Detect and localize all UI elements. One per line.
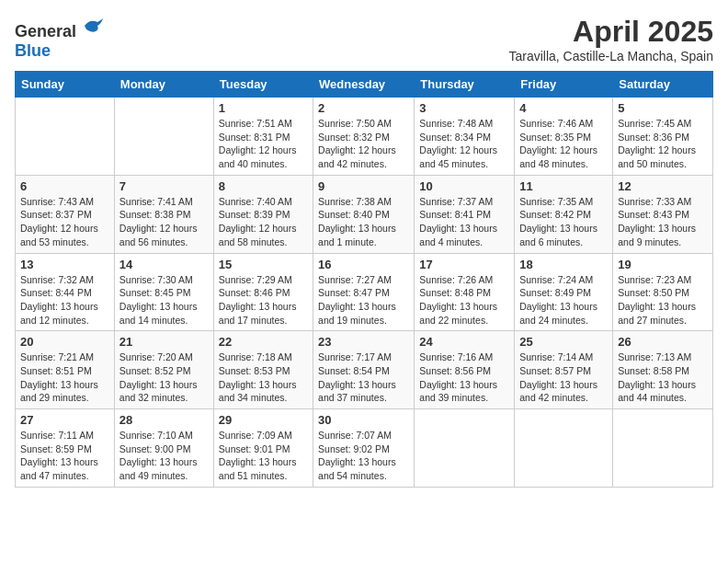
day-number: 27 bbox=[20, 413, 109, 427]
header-wednesday: Wednesday bbox=[313, 72, 415, 98]
calendar-week-row: 20Sunrise: 7:21 AM Sunset: 8:51 PM Dayli… bbox=[16, 331, 713, 409]
day-number: 22 bbox=[219, 335, 308, 349]
day-number: 4 bbox=[519, 101, 608, 115]
day-info: Sunrise: 7:43 AM Sunset: 8:37 PM Dayligh… bbox=[20, 195, 109, 249]
calendar-cell bbox=[114, 98, 213, 176]
calendar-header-row: SundayMondayTuesdayWednesdayThursdayFrid… bbox=[16, 72, 713, 98]
calendar-cell: 12Sunrise: 7:33 AM Sunset: 8:43 PM Dayli… bbox=[613, 175, 713, 253]
day-number: 10 bbox=[419, 179, 509, 193]
day-number: 5 bbox=[618, 101, 708, 115]
day-number: 26 bbox=[618, 335, 708, 349]
day-number: 18 bbox=[519, 258, 608, 271]
calendar-cell: 17Sunrise: 7:26 AM Sunset: 8:48 PM Dayli… bbox=[415, 253, 515, 331]
day-info: Sunrise: 7:10 AM Sunset: 9:00 PM Dayligh… bbox=[119, 429, 209, 483]
day-number: 24 bbox=[419, 335, 509, 349]
day-info: Sunrise: 7:35 AM Sunset: 8:42 PM Dayligh… bbox=[519, 195, 608, 249]
day-info: Sunrise: 7:17 AM Sunset: 8:54 PM Dayligh… bbox=[318, 350, 409, 405]
calendar-cell: 27Sunrise: 7:11 AM Sunset: 8:59 PM Dayli… bbox=[16, 409, 115, 488]
day-number: 11 bbox=[519, 179, 608, 193]
day-info: Sunrise: 7:40 AM Sunset: 8:39 PM Dayligh… bbox=[219, 195, 308, 249]
header-friday: Friday bbox=[515, 72, 613, 98]
calendar-cell bbox=[515, 409, 613, 488]
header-saturday: Saturday bbox=[613, 72, 713, 98]
day-number: 23 bbox=[318, 335, 409, 349]
calendar-cell: 6Sunrise: 7:43 AM Sunset: 8:37 PM Daylig… bbox=[16, 175, 115, 253]
calendar-cell: 20Sunrise: 7:21 AM Sunset: 8:51 PM Dayli… bbox=[16, 331, 115, 409]
day-info: Sunrise: 7:21 AM Sunset: 8:51 PM Dayligh… bbox=[20, 350, 109, 405]
calendar-cell: 3Sunrise: 7:48 AM Sunset: 8:34 PM Daylig… bbox=[415, 98, 515, 176]
day-number: 8 bbox=[219, 179, 308, 193]
calendar-cell: 30Sunrise: 7:07 AM Sunset: 9:02 PM Dayli… bbox=[313, 409, 415, 488]
day-number: 15 bbox=[219, 258, 308, 271]
calendar-cell: 28Sunrise: 7:10 AM Sunset: 9:00 PM Dayli… bbox=[114, 409, 213, 488]
calendar-cell: 16Sunrise: 7:27 AM Sunset: 8:47 PM Dayli… bbox=[313, 253, 415, 331]
calendar-cell bbox=[16, 98, 115, 176]
calendar-cell: 8Sunrise: 7:40 AM Sunset: 8:39 PM Daylig… bbox=[213, 175, 313, 253]
calendar-week-row: 27Sunrise: 7:11 AM Sunset: 8:59 PM Dayli… bbox=[16, 409, 713, 488]
day-number: 1 bbox=[219, 101, 308, 115]
day-number: 25 bbox=[519, 335, 608, 349]
day-info: Sunrise: 7:09 AM Sunset: 9:01 PM Dayligh… bbox=[219, 429, 308, 483]
day-info: Sunrise: 7:45 AM Sunset: 8:36 PM Dayligh… bbox=[618, 117, 708, 171]
day-info: Sunrise: 7:50 AM Sunset: 8:32 PM Dayligh… bbox=[318, 117, 409, 171]
day-info: Sunrise: 7:27 AM Sunset: 8:47 PM Dayligh… bbox=[318, 273, 409, 327]
day-info: Sunrise: 7:38 AM Sunset: 8:40 PM Dayligh… bbox=[318, 195, 409, 249]
calendar-cell: 13Sunrise: 7:32 AM Sunset: 8:44 PM Dayli… bbox=[16, 253, 115, 331]
day-info: Sunrise: 7:23 AM Sunset: 8:50 PM Dayligh… bbox=[618, 273, 708, 327]
day-info: Sunrise: 7:18 AM Sunset: 8:53 PM Dayligh… bbox=[219, 350, 308, 405]
logo-general: General bbox=[15, 22, 76, 40]
day-number: 30 bbox=[318, 413, 409, 427]
page-title: April 2025 bbox=[508, 15, 713, 49]
calendar-cell bbox=[613, 409, 713, 488]
day-info: Sunrise: 7:48 AM Sunset: 8:34 PM Dayligh… bbox=[419, 117, 509, 171]
day-info: Sunrise: 7:32 AM Sunset: 8:44 PM Dayligh… bbox=[20, 273, 109, 327]
logo-text: General Blue bbox=[15, 15, 105, 61]
calendar-week-row: 13Sunrise: 7:32 AM Sunset: 8:44 PM Dayli… bbox=[16, 253, 713, 331]
day-info: Sunrise: 7:24 AM Sunset: 8:49 PM Dayligh… bbox=[519, 273, 608, 327]
day-number: 7 bbox=[119, 179, 209, 193]
logo-blue: Blue bbox=[15, 41, 51, 60]
day-info: Sunrise: 7:37 AM Sunset: 8:41 PM Dayligh… bbox=[419, 195, 509, 249]
day-number: 14 bbox=[119, 258, 209, 271]
calendar-cell: 25Sunrise: 7:14 AM Sunset: 8:57 PM Dayli… bbox=[515, 331, 613, 409]
day-number: 6 bbox=[20, 179, 109, 193]
day-info: Sunrise: 7:51 AM Sunset: 8:31 PM Dayligh… bbox=[219, 117, 308, 171]
title-block: April 2025 Taravilla, Castille-La Mancha… bbox=[508, 15, 713, 63]
logo-bird-icon bbox=[83, 15, 105, 37]
calendar-cell: 23Sunrise: 7:17 AM Sunset: 8:54 PM Dayli… bbox=[313, 331, 415, 409]
calendar-cell: 18Sunrise: 7:24 AM Sunset: 8:49 PM Dayli… bbox=[515, 253, 613, 331]
day-info: Sunrise: 7:33 AM Sunset: 8:43 PM Dayligh… bbox=[618, 195, 708, 249]
header-tuesday: Tuesday bbox=[213, 72, 313, 98]
calendar-cell: 19Sunrise: 7:23 AM Sunset: 8:50 PM Dayli… bbox=[613, 253, 713, 331]
day-number: 16 bbox=[318, 258, 409, 271]
header-sunday: Sunday bbox=[16, 72, 115, 98]
calendar-cell: 2Sunrise: 7:50 AM Sunset: 8:32 PM Daylig… bbox=[313, 98, 415, 176]
logo: General Blue bbox=[15, 15, 105, 61]
day-number: 2 bbox=[318, 101, 409, 115]
day-info: Sunrise: 7:11 AM Sunset: 8:59 PM Dayligh… bbox=[20, 429, 109, 483]
calendar-cell bbox=[415, 409, 515, 488]
day-info: Sunrise: 7:29 AM Sunset: 8:46 PM Dayligh… bbox=[219, 273, 308, 327]
day-info: Sunrise: 7:20 AM Sunset: 8:52 PM Dayligh… bbox=[119, 350, 209, 405]
calendar-cell: 11Sunrise: 7:35 AM Sunset: 8:42 PM Dayli… bbox=[515, 175, 613, 253]
day-number: 12 bbox=[618, 179, 708, 193]
day-info: Sunrise: 7:46 AM Sunset: 8:35 PM Dayligh… bbox=[519, 117, 608, 171]
calendar-cell: 29Sunrise: 7:09 AM Sunset: 9:01 PM Dayli… bbox=[213, 409, 313, 488]
day-info: Sunrise: 7:13 AM Sunset: 8:58 PM Dayligh… bbox=[618, 350, 708, 405]
calendar-cell: 24Sunrise: 7:16 AM Sunset: 8:56 PM Dayli… bbox=[415, 331, 515, 409]
calendar-cell: 1Sunrise: 7:51 AM Sunset: 8:31 PM Daylig… bbox=[213, 98, 313, 176]
day-info: Sunrise: 7:14 AM Sunset: 8:57 PM Dayligh… bbox=[519, 350, 608, 405]
day-number: 19 bbox=[618, 258, 708, 271]
page-header: General Blue April 2025 Taravilla, Casti… bbox=[15, 15, 713, 63]
day-number: 28 bbox=[119, 413, 209, 427]
day-number: 3 bbox=[419, 101, 509, 115]
page-subtitle: Taravilla, Castille-La Mancha, Spain bbox=[508, 49, 713, 63]
day-number: 17 bbox=[419, 258, 509, 271]
calendar-cell: 5Sunrise: 7:45 AM Sunset: 8:36 PM Daylig… bbox=[613, 98, 713, 176]
calendar-cell: 7Sunrise: 7:41 AM Sunset: 8:38 PM Daylig… bbox=[114, 175, 213, 253]
day-number: 29 bbox=[219, 413, 308, 427]
calendar-cell: 26Sunrise: 7:13 AM Sunset: 8:58 PM Dayli… bbox=[613, 331, 713, 409]
day-number: 20 bbox=[20, 335, 109, 349]
header-monday: Monday bbox=[114, 72, 213, 98]
calendar-week-row: 6Sunrise: 7:43 AM Sunset: 8:37 PM Daylig… bbox=[16, 175, 713, 253]
